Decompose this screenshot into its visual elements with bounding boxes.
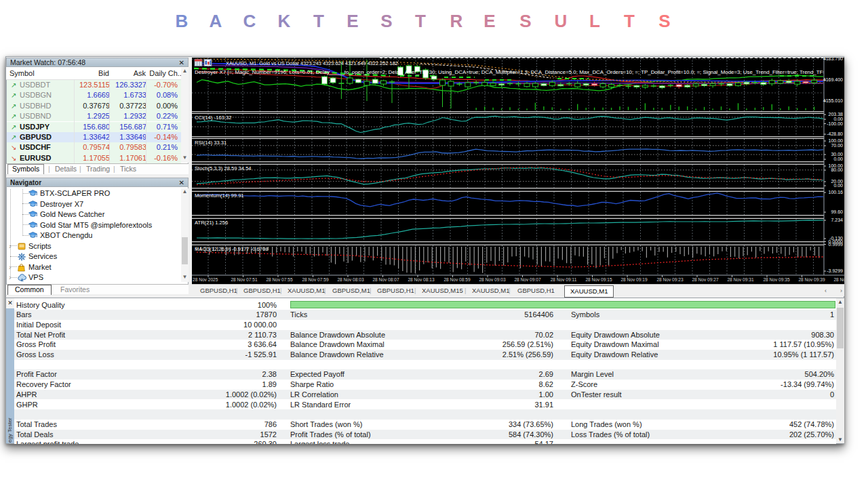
svg-text:28 Nov 09:11: 28 Nov 09:11	[551, 277, 577, 282]
svg-text:XAUUSD, M1: Gold vs US Dollar: XAUUSD, M1: Gold vs US Dollar 4323.243 4…	[226, 60, 398, 66]
svg-text:28 Nov 09:31: 28 Nov 09:31	[727, 277, 754, 282]
svg-text:28 Nov 07:51: 28 Nov 07:51	[231, 277, 258, 282]
svg-text:Destroyer X7 [=; Magic_Number=: Destroyer X7 [=; Magic_Number=9196; Lots…	[195, 69, 844, 75]
svg-text:4183.790: 4183.790	[823, 58, 843, 61]
svg-text:0.9999: 0.9999	[829, 242, 844, 247]
svg-text:28 Nov 09:35: 28 Nov 09:35	[763, 277, 790, 282]
svg-text:28 Nov 09:27: 28 Nov 09:27	[692, 277, 719, 282]
svg-text:28 Nov 09:03: 28 Nov 09:03	[479, 277, 506, 282]
svg-text:28 Nov 08:13: 28 Nov 08:13	[408, 277, 435, 282]
svg-text:28 Nov 09:39: 28 Nov 09:39	[798, 277, 825, 282]
svg-text:28 Nov 09:07: 28 Nov 09:07	[514, 277, 541, 282]
svg-text:Momentum(14) 99.91: Momentum(14) 99.91	[195, 192, 244, 199]
svg-text:4169.400: 4169.400	[823, 77, 843, 82]
svg-text:28 Nov 09:15: 28 Nov 09:15	[585, 277, 612, 282]
svg-text:MACD(12,26,9) -0.9177 -0.6708: MACD(12,26,9) -0.9177 -0.6708	[195, 246, 268, 252]
svg-text:100.16: 100.16	[829, 190, 844, 195]
svg-text:30.00: 30.00	[831, 152, 843, 157]
svg-text:203.38: 203.38	[829, 112, 844, 117]
svg-text:80.00: 80.00	[831, 167, 843, 172]
svg-text:-3.9299: -3.9299	[827, 268, 843, 273]
svg-text:RSI(14) 33.31: RSI(14) 33.31	[195, 140, 226, 146]
svg-text:4155.010: 4155.010	[823, 98, 843, 103]
svg-text:-100.00: -100.00	[827, 121, 843, 126]
svg-text:28 Nov 09:23: 28 Nov 09:23	[656, 277, 684, 282]
svg-text:28 Nov 07:55: 28 Nov 07:55	[266, 277, 293, 282]
svg-text:-428.80: -428.80	[827, 131, 843, 136]
svg-text:100.00: 100.00	[829, 138, 844, 143]
svg-text:70.00: 70.00	[831, 143, 843, 148]
svg-text:Stoch(5,3,3) 28.59 34.54: Stoch(5,3,3) 28.59 34.54	[195, 165, 252, 171]
svg-text:28 Nov 09:19: 28 Nov 09:19	[620, 277, 648, 282]
svg-text:7.234: 7.234	[831, 218, 843, 222]
svg-text:0.00: 0.00	[833, 157, 843, 161]
svg-text:99.60: 99.60	[831, 209, 843, 214]
svg-text:CCI(14) -163.32: CCI(14) -163.32	[195, 115, 231, 121]
svg-text:28 Nov 2025: 28 Nov 2025	[193, 277, 218, 282]
svg-text:28 Nov 07:59: 28 Nov 07:59	[302, 277, 329, 282]
svg-text:28 Nov 08:03: 28 Nov 08:03	[337, 277, 364, 282]
svg-text:28 Nov 09:43: 28 Nov 09:43	[833, 277, 844, 282]
svg-text:28 Nov 08:59: 28 Nov 08:59	[443, 277, 471, 282]
svg-text:0.00: 0.00	[833, 183, 843, 188]
svg-text:28 Nov 08:07: 28 Nov 08:07	[372, 277, 399, 282]
svg-text:ATR(21) 1.256: ATR(21) 1.256	[195, 220, 228, 226]
